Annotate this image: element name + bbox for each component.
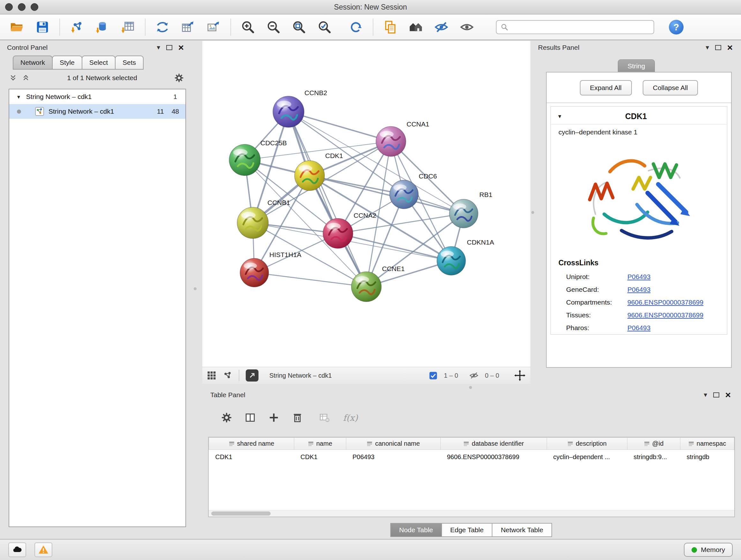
bottom-splitter-handle[interactable] [469, 386, 472, 389]
function-builder-icon[interactable]: f(x) [343, 413, 358, 423]
network-status-dot [17, 110, 21, 114]
float-panel-icon[interactable] [166, 45, 172, 50]
zoom-in-button[interactable] [239, 18, 257, 37]
disclosure-triangle-icon[interactable]: ▼ [16, 94, 21, 100]
network-edge-CCNB2-CCNE1[interactable] [288, 112, 366, 287]
left-splitter-handle[interactable] [194, 287, 197, 290]
network-node-CDC6[interactable] [390, 180, 418, 209]
network-collection-row[interactable]: ▼ String Network – cdk1 1 [9, 89, 185, 104]
network-node-HIST1H1A[interactable] [240, 258, 269, 287]
collapse-all-chevrons-icon[interactable] [22, 74, 30, 82]
collapse-panel-icon[interactable]: ▼ [156, 44, 161, 51]
import-network-database-button[interactable] [94, 18, 111, 37]
network-node-CDC25B[interactable] [229, 144, 260, 176]
collapse-panel-icon[interactable]: ▼ [704, 44, 711, 51]
close-panel-icon[interactable]: × [727, 44, 733, 51]
tab-style[interactable]: Style [52, 56, 82, 70]
table-row[interactable]: CDK1 CDK1 P06493 9606.ENSP00000378699 cy… [209, 450, 734, 461]
add-column-icon[interactable] [268, 412, 279, 423]
column-header-database-identifier[interactable]: database identifier [441, 438, 547, 450]
memory-button[interactable]: Memory [684, 543, 733, 557]
move-crosshair-icon[interactable] [514, 369, 526, 381]
column-header-description[interactable]: description [547, 438, 627, 450]
network-node-RB1[interactable] [449, 199, 478, 228]
crosslink-compartments-link[interactable]: 9606.ENSP00000378699 [627, 299, 703, 306]
help-button[interactable]: ? [669, 20, 684, 35]
close-panel-icon[interactable]: × [725, 392, 731, 398]
hidden-eye-icon[interactable] [469, 371, 479, 380]
float-panel-icon[interactable] [713, 392, 719, 397]
export-image-button[interactable] [205, 18, 222, 37]
right-splitter-handle[interactable] [531, 211, 534, 214]
column-header-id[interactable]: @id [627, 438, 680, 450]
network-canvas[interactable]: CCNB2CCNA1CDC25BCDK1CDC6RB1CCNB1CCNA2CDK… [202, 41, 530, 367]
network-from-table-button[interactable] [179, 18, 197, 37]
hide-selection-button[interactable] [433, 18, 450, 37]
warnings-button[interactable] [35, 543, 52, 557]
copy-document-button[interactable] [382, 18, 399, 37]
import-network-file-button[interactable] [68, 18, 85, 37]
network-node-CCNE1[interactable] [351, 272, 381, 302]
network-node-CCNB1[interactable] [237, 207, 268, 239]
network-edge-HIST1H1A-CCNE1[interactable] [254, 273, 366, 287]
grid-view-icon[interactable] [207, 371, 216, 380]
refresh-button[interactable] [347, 18, 364, 37]
crosslink-uniprot-link[interactable]: P06493 [627, 273, 650, 281]
open-in-window-button[interactable] [246, 369, 259, 381]
tab-network-table[interactable]: Network Table [492, 523, 552, 537]
gear-icon[interactable] [174, 73, 184, 83]
zoom-selected-button[interactable] [316, 18, 333, 37]
network-node-CCNA2[interactable] [323, 219, 353, 248]
global-search-input[interactable] [509, 23, 650, 31]
horizontal-scrollbar[interactable] [209, 510, 734, 516]
crosslink-tissues-link[interactable]: 9606.ENSP00000378699 [627, 311, 703, 319]
tab-sets[interactable]: Sets [115, 56, 144, 70]
column-header-name[interactable]: name [294, 438, 346, 450]
column-header-namespace[interactable]: namespac [680, 438, 734, 450]
scrollbar-thumb[interactable] [211, 511, 271, 516]
tab-node-table[interactable]: Node Table [390, 523, 442, 537]
network-node-CDKN1A[interactable] [437, 246, 466, 275]
cloud-status-button[interactable] [8, 543, 26, 557]
selected-checkbox-icon[interactable] [429, 371, 437, 380]
disclosure-triangle-icon[interactable]: ▼ [557, 114, 562, 119]
show-selection-button[interactable] [458, 18, 475, 37]
save-session-button[interactable] [34, 18, 51, 37]
delete-table-icon[interactable] [319, 412, 330, 423]
open-session-button[interactable] [8, 18, 25, 37]
tab-select[interactable]: Select [82, 56, 116, 70]
apply-layout-button[interactable] [154, 18, 171, 37]
network-view[interactable]: CCNB2CCNA1CDC25BCDK1CDC6RB1CCNB1CCNA2CDK… [202, 41, 530, 367]
network-node-CDK1[interactable] [294, 161, 325, 191]
float-panel-icon[interactable] [715, 45, 721, 50]
collapse-panel-icon[interactable]: ▼ [703, 392, 709, 398]
crosslink-pharos-link[interactable]: P06493 [627, 324, 650, 332]
delete-column-icon[interactable] [292, 412, 303, 423]
column-header-shared-name[interactable]: shared name [209, 438, 294, 450]
results-panel-title: Results Panel [538, 44, 580, 51]
network-edge-CDK1-RB1[interactable] [310, 176, 464, 213]
import-table-file-button[interactable] [119, 18, 137, 37]
network-edge-CCNB2-CCNA1[interactable] [288, 112, 391, 141]
network-node-CCNB2[interactable] [273, 96, 304, 127]
tab-string[interactable]: String [618, 59, 655, 73]
sort-icon [463, 441, 469, 447]
expand-all-button[interactable]: Expand All [580, 80, 632, 96]
tab-edge-table[interactable]: Edge Table [441, 523, 493, 537]
birdseye-home-button[interactable] [407, 18, 424, 37]
close-panel-icon[interactable]: × [178, 44, 184, 51]
tab-network[interactable]: Network [13, 56, 53, 70]
column-header-canonical-name[interactable]: canonical name [346, 438, 441, 450]
network-list-icon[interactable] [223, 371, 232, 380]
network-row-label: String Network – cdk1 [49, 108, 114, 115]
zoom-out-button[interactable] [265, 18, 282, 37]
network-row-selected[interactable]: String Network – cdk1 1148 [9, 104, 185, 119]
collapse-all-button[interactable]: Collapse All [643, 80, 698, 96]
zoom-fit-button[interactable] [290, 18, 308, 37]
show-columns-icon[interactable] [245, 412, 256, 423]
table-settings-gear-icon[interactable] [221, 412, 232, 423]
network-node-CCNA1[interactable] [376, 126, 406, 157]
expand-all-chevrons-icon[interactable] [9, 74, 17, 82]
node-specular-highlight [233, 149, 248, 156]
crosslink-genecard-link[interactable]: P06493 [627, 286, 650, 294]
